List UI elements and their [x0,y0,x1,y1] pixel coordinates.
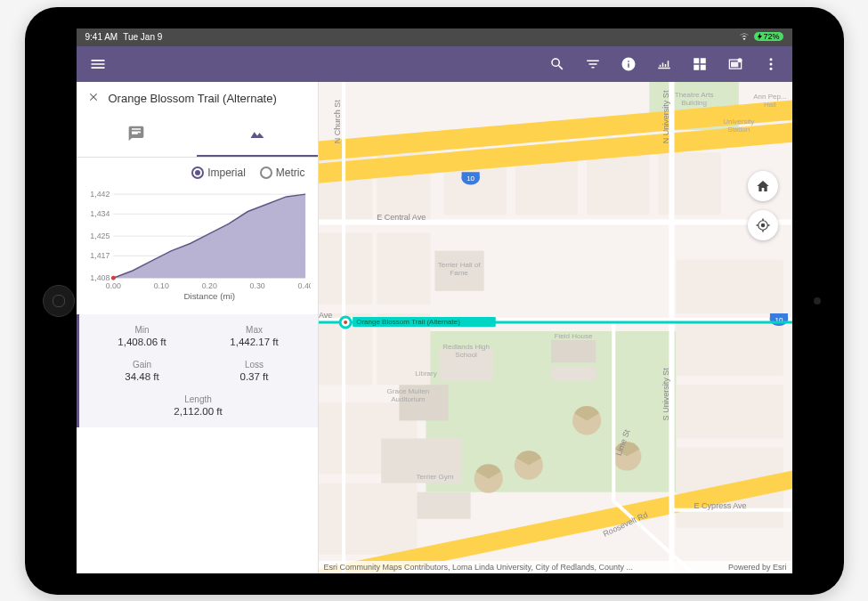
radio-imperial-label: Imperial [207,166,246,179]
svg-text:0.20: 0.20 [201,281,216,290]
svg-text:E Central Ave: E Central Ave [377,212,426,221]
svg-rect-26 [319,232,372,304]
svg-rect-34 [658,152,720,215]
stat-loss-value: 0.37 ft [199,371,311,382]
svg-text:Orange Blossom Trail (Alternat: Orange Blossom Trail (Alternate) [356,317,460,325]
stat-min-value: 1,408.06 ft [86,337,199,347]
svg-text:School: School [455,351,477,359]
svg-text:Distance (mi): Distance (mi) [183,290,235,300]
svg-text:Ann Pep...: Ann Pep... [753,93,786,101]
stat-gain-value: 34.48 ft [86,371,199,382]
status-bar: 9:41 AM Tue Jan 9 72% [77,28,792,46]
stat-min-label: Min [86,325,199,335]
svg-rect-46 [550,340,595,362]
close-panel-button[interactable] [87,91,100,107]
stat-gain-label: Gain [86,360,199,370]
svg-text:N University St: N University St [661,90,670,143]
stat-max-value: 1,442.17 ft [199,337,311,347]
home-button[interactable] [43,285,75,317]
home-extent-button[interactable] [748,171,778,201]
svg-text:1,434: 1,434 [90,209,110,218]
svg-text:Hall: Hall [763,101,775,109]
svg-text:0.10: 0.10 [153,281,168,290]
svg-text:Terrier Hall of: Terrier Hall of [437,260,480,268]
svg-text:Grace Mullen: Grace Mullen [386,387,429,395]
menu-button[interactable] [80,46,116,82]
svg-text:Station: Station [727,126,750,134]
svg-text:University: University [723,118,754,126]
app-toolbar [77,46,792,82]
stat-max-label: Max [199,325,311,335]
svg-text:Library: Library [415,370,437,378]
filter-button[interactable] [575,46,611,82]
camera-indicator [814,297,821,305]
svg-text:0.40: 0.40 [297,281,310,290]
attribution-powered: Powered by Esri [728,563,787,572]
svg-rect-47 [550,367,595,380]
battery-icon: 72% [754,32,783,42]
svg-text:1,442: 1,442 [90,190,110,199]
svg-rect-37 [676,259,783,313]
svg-point-55 [344,320,347,323]
tablet-frame: 9:41 AM Tue Jan 9 72% [25,7,844,595]
svg-text:Field House: Field House [554,332,592,340]
svg-point-2 [769,58,772,61]
svg-point-4 [769,67,772,69]
radio-metric-label: Metric [276,166,305,179]
stat-length-label: Length [86,394,311,404]
tab-elevation[interactable] [197,116,318,157]
svg-text:Redlands High: Redlands High [442,343,490,351]
status-time: 9:41 AM [85,32,118,42]
screen: 9:41 AM Tue Jan 9 72% [77,28,792,573]
grid-button[interactable] [682,46,718,82]
svg-point-20 [110,275,115,280]
stat-loss-label: Loss [199,360,311,370]
svg-rect-38 [676,321,783,375]
search-button[interactable] [539,46,575,82]
svg-rect-1 [731,61,738,67]
measure-button[interactable] [646,46,682,82]
elevation-stats: Min1,408.06 ft Max1,442.17 ft Gain34.48 … [77,314,318,427]
svg-text:Theatre Arts: Theatre Arts [674,91,713,99]
svg-point-81 [760,223,765,227]
svg-text:0.00: 0.00 [105,281,120,290]
svg-text:0.30: 0.30 [249,281,264,290]
overflow-button[interactable] [753,46,789,82]
info-button[interactable] [611,46,646,82]
radio-imperial[interactable]: Imperial [191,166,246,179]
svg-rect-36 [319,483,417,554]
svg-text:E Cypress Ave: E Cypress Ave [694,500,746,509]
radio-metric[interactable]: Metric [260,166,305,179]
locate-button[interactable] [748,210,778,240]
svg-rect-29 [377,232,430,304]
svg-rect-33 [587,152,649,215]
attribution-text: Esri Community Maps Contributors, Loma L… [324,563,633,572]
tab-comments[interactable] [77,116,198,157]
svg-text:10: 10 [466,175,475,183]
svg-text:N Church St: N Church St [333,99,342,143]
stat-length-value: 2,112.00 ft [86,406,311,417]
basemap-button[interactable] [718,46,753,82]
svg-point-3 [769,62,772,65]
svg-text:Terrier Gym: Terrier Gym [416,472,453,480]
svg-text:Auditorium: Auditorium [391,395,426,403]
svg-text:1,425: 1,425 [90,231,110,240]
svg-text:Ave: Ave [319,310,332,319]
map-canvas[interactable]: 1010Orange Blossom Trail (Alternate)N Ch… [319,82,792,573]
panel-title: Orange Blossom Trail (Alternate) [109,92,277,105]
svg-text:Fame: Fame [450,268,468,276]
detail-panel: Orange Blossom Trail (Alternate) Imperia… [77,82,319,573]
map-attribution: Esri Community Maps Contributors, Loma L… [319,561,792,573]
svg-text:Building: Building [681,99,707,107]
svg-text:1,417: 1,417 [90,251,110,260]
status-date: Tue Jan 9 [123,32,162,42]
elevation-chart: 1,4081,4171,4251,4341,4420.000.100.200.3… [77,188,318,311]
wifi-icon [739,32,750,43]
svg-rect-39 [676,385,783,438]
svg-text:S University St: S University St [661,367,670,420]
svg-rect-45 [417,491,470,518]
